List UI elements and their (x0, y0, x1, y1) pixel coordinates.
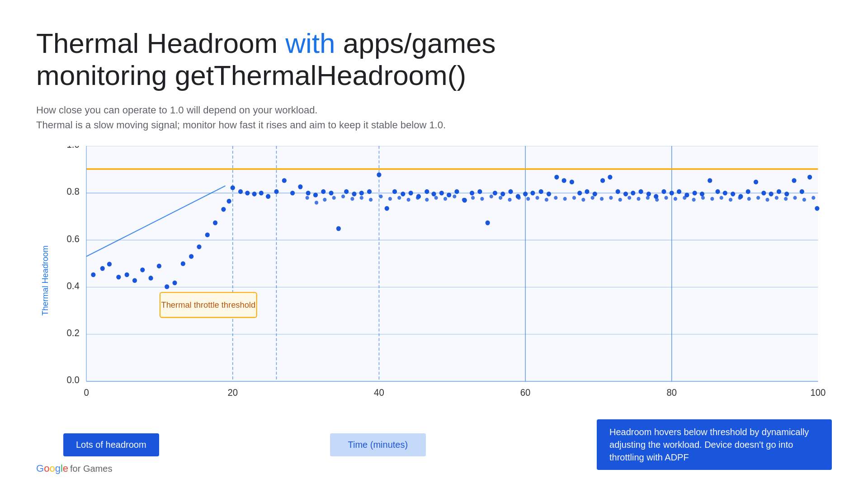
svg-point-151 (563, 197, 567, 201)
svg-point-138 (443, 197, 447, 201)
svg-point-116 (769, 192, 774, 197)
svg-point-121 (807, 174, 812, 179)
svg-point-60 (336, 226, 341, 231)
svg-point-44 (221, 207, 226, 212)
svg-point-73 (439, 190, 444, 195)
svg-text:40: 40 (374, 387, 384, 397)
svg-text:1.0: 1.0 (67, 146, 80, 150)
svg-point-131 (379, 194, 382, 198)
page: Thermal Headroom with apps/games monitor… (0, 0, 868, 488)
svg-point-127 (341, 194, 345, 198)
svg-point-153 (581, 197, 585, 202)
svg-point-115 (761, 190, 766, 195)
chart-area: Thermal Headroom (36, 146, 832, 470)
svg-point-95 (608, 174, 612, 179)
svg-point-144 (499, 196, 502, 200)
svg-point-165 (692, 197, 696, 202)
svg-point-137 (434, 196, 438, 200)
svg-point-130 (369, 197, 373, 202)
svg-point-150 (554, 196, 557, 200)
svg-text:0.8: 0.8 (67, 186, 80, 197)
svg-point-136 (425, 197, 429, 202)
svg-point-129 (360, 196, 363, 200)
svg-point-162 (665, 196, 668, 200)
svg-point-87 (547, 192, 551, 197)
svg-point-146 (517, 196, 521, 200)
svg-point-154 (591, 196, 594, 200)
svg-point-168 (720, 196, 723, 200)
svg-point-152 (572, 196, 576, 200)
svg-text:0.6: 0.6 (67, 233, 80, 244)
svg-point-56 (306, 190, 311, 195)
svg-point-36 (157, 263, 161, 268)
svg-point-91 (577, 190, 582, 195)
svg-point-174 (775, 196, 778, 200)
svg-point-47 (238, 189, 243, 194)
svg-point-109 (715, 189, 720, 194)
svg-point-103 (670, 190, 674, 195)
svg-point-75 (454, 189, 459, 194)
svg-point-172 (756, 196, 760, 200)
svg-point-94 (600, 178, 605, 183)
svg-point-62 (352, 192, 356, 197)
svg-point-166 (701, 196, 705, 200)
svg-text:60: 60 (520, 387, 531, 397)
subtitle: How close you can operate to 1.0 will de… (36, 103, 832, 132)
svg-point-43 (213, 220, 217, 225)
svg-point-71 (425, 189, 429, 194)
svg-point-68 (401, 192, 405, 197)
svg-point-89 (562, 178, 566, 183)
svg-point-48 (245, 190, 250, 195)
adpf-info-button[interactable]: Headroom hovers below threshold by dynam… (597, 419, 832, 470)
svg-text:0.0: 0.0 (67, 374, 80, 385)
chart-svg: 0.0 0.2 0.4 0.6 0.8 1.0 0 20 40 60 80 10… (59, 146, 832, 415)
svg-point-108 (708, 178, 712, 183)
svg-point-177 (802, 197, 806, 202)
svg-point-114 (754, 179, 758, 184)
svg-point-64 (367, 189, 372, 194)
svg-point-72 (431, 192, 436, 197)
svg-point-100 (646, 192, 651, 197)
lots-headroom-button[interactable]: Lots of headroom (63, 433, 159, 456)
svg-point-46 (231, 185, 235, 190)
svg-point-149 (545, 197, 548, 202)
svg-point-159 (637, 197, 640, 201)
svg-point-106 (693, 190, 697, 195)
svg-point-173 (765, 197, 769, 202)
svg-point-65 (377, 172, 381, 177)
svg-point-143 (490, 194, 493, 198)
svg-point-104 (677, 189, 681, 194)
svg-point-140 (462, 197, 466, 202)
svg-point-169 (729, 197, 732, 202)
svg-point-170 (738, 196, 741, 200)
svg-point-49 (252, 192, 257, 197)
svg-point-122 (815, 206, 819, 211)
svg-point-158 (627, 196, 631, 200)
svg-point-92 (585, 189, 589, 194)
svg-point-97 (623, 192, 628, 197)
svg-point-128 (350, 197, 354, 201)
svg-point-134 (407, 197, 410, 202)
svg-point-45 (227, 199, 231, 204)
svg-text:0.2: 0.2 (67, 327, 80, 338)
svg-point-32 (125, 272, 129, 277)
time-minutes-button[interactable]: Time (minutes) (330, 433, 426, 456)
svg-point-123 (306, 196, 309, 200)
svg-point-175 (784, 197, 788, 201)
svg-point-88 (554, 174, 559, 179)
svg-point-34 (140, 267, 145, 272)
svg-text:0: 0 (84, 387, 89, 397)
svg-point-59 (329, 190, 333, 195)
svg-point-57 (313, 192, 318, 197)
svg-point-61 (344, 189, 349, 194)
svg-point-110 (723, 190, 727, 195)
svg-point-79 (486, 220, 490, 225)
svg-point-139 (453, 194, 456, 198)
svg-point-111 (731, 192, 735, 197)
svg-point-29 (100, 266, 105, 271)
svg-point-58 (321, 189, 326, 194)
svg-point-90 (570, 179, 574, 184)
svg-point-69 (409, 190, 413, 195)
svg-point-80 (493, 190, 497, 195)
svg-point-74 (447, 192, 451, 197)
